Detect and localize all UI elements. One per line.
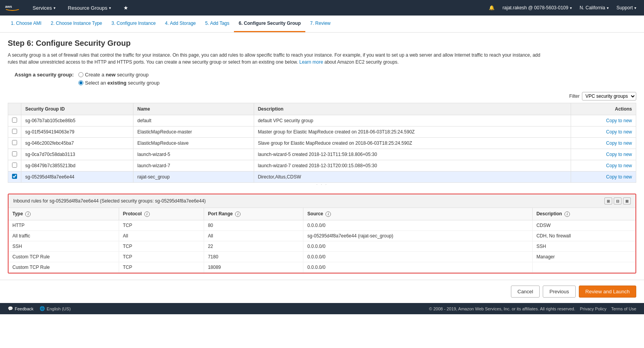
rule-description: SSH bbox=[532, 241, 635, 252]
copy-to-new-link[interactable]: Copy to new bbox=[606, 140, 632, 146]
tab-configure-instance[interactable]: 3. Configure Instance bbox=[107, 15, 160, 32]
type-info-icon[interactable]: i bbox=[25, 211, 31, 217]
language-selector[interactable]: 🌐 English (US) bbox=[40, 306, 71, 311]
rule-description bbox=[532, 262, 635, 273]
row-checkbox[interactable] bbox=[12, 174, 17, 179]
tab-configure-security[interactable]: 6. Configure Security Group bbox=[234, 15, 305, 32]
select-existing-radio[interactable] bbox=[78, 80, 83, 85]
services-menu[interactable]: Services ▾ bbox=[29, 3, 59, 12]
inbound-controls: ⊞ ⊟ ⊠ bbox=[604, 197, 631, 204]
table-row[interactable]: sg-08479b7c3855213bd launch-wizard-7 lau… bbox=[8, 160, 636, 171]
rule-port-range: All bbox=[204, 231, 303, 241]
security-groups-table-container: Security Group ID Name Description Actio… bbox=[8, 103, 636, 183]
row-checkbox-cell bbox=[8, 115, 21, 126]
nav-right: 🔔 rajat.rakesh @ 0078-5603-0109 ▾ N. Cal… bbox=[486, 3, 639, 12]
aws-logo[interactable]: aws bbox=[5, 2, 20, 13]
rule-source: 0.0.0.0/0 bbox=[303, 241, 532, 252]
learn-more-link[interactable]: Learn more bbox=[299, 59, 323, 65]
cancel-button[interactable]: Cancel bbox=[511, 286, 540, 298]
col-desc: Description i bbox=[532, 208, 635, 220]
support-chevron-icon: ▾ bbox=[634, 6, 636, 10]
tab-review[interactable]: 7. Review bbox=[305, 15, 335, 32]
feedback-icon: 💬 bbox=[8, 306, 13, 311]
row-checkbox[interactable] bbox=[12, 151, 17, 156]
port-info-icon[interactable]: i bbox=[235, 211, 241, 217]
create-new-radio[interactable] bbox=[78, 72, 83, 77]
col-type: Type i bbox=[9, 208, 119, 220]
desc-info-icon[interactable]: i bbox=[564, 211, 570, 217]
row-checkbox[interactable] bbox=[12, 140, 17, 145]
privacy-link[interactable]: Privacy Policy bbox=[580, 306, 606, 311]
row-checkbox-cell bbox=[8, 138, 21, 149]
tab-add-tags[interactable]: 5. Add Tags bbox=[201, 15, 234, 32]
page-title: Step 6: Configure Security Group bbox=[8, 39, 636, 48]
inbound-rules-header: Inbound rules for sg-05295d4f8a7ee6e44 (… bbox=[9, 194, 635, 208]
copy-to-new-link[interactable]: Copy to new bbox=[606, 129, 632, 135]
user-menu[interactable]: rajat.rakesh @ 0078-5603-0109 ▾ bbox=[499, 3, 575, 12]
region-menu[interactable]: N. California ▾ bbox=[576, 3, 612, 12]
filter-select[interactable]: VPC security groups All security groups bbox=[582, 92, 636, 100]
tab-add-storage[interactable]: 4. Add Storage bbox=[160, 15, 200, 32]
footer-left: 💬 Feedback 🌐 English (US) bbox=[8, 306, 71, 311]
terms-link[interactable]: Terms of Use bbox=[611, 306, 636, 311]
rule-row: SSH TCP 22 0.0.0.0/0 SSH bbox=[9, 241, 635, 252]
support-menu[interactable]: Support ▾ bbox=[613, 3, 639, 12]
inbound-rules-title: Inbound rules for sg-05295d4f8a7ee6e44 (… bbox=[13, 198, 206, 204]
rule-row: Custom TCP Rule TCP 18089 0.0.0.0/0 bbox=[9, 262, 635, 273]
assign-label: Assign a security group: bbox=[8, 72, 74, 78]
table-row[interactable]: sg-067b7ab105cbe86b5 default default VPC… bbox=[8, 115, 636, 126]
top-navigation: aws Services ▾ Resource Groups ▾ ★ 🔔 raj… bbox=[0, 0, 644, 16]
row-description: Master group for Elastic MapReduce creat… bbox=[254, 126, 571, 138]
inbound-rules-section: Inbound rules for sg-05295d4f8a7ee6e44 (… bbox=[8, 194, 636, 274]
svg-text:aws: aws bbox=[5, 5, 12, 9]
notifications-icon[interactable]: 🔔 bbox=[486, 3, 498, 12]
rule-port-range: 80 bbox=[204, 220, 303, 231]
rule-port-range: 18089 bbox=[204, 262, 303, 273]
copy-to-new-link[interactable]: Copy to new bbox=[606, 152, 632, 157]
previous-button[interactable]: Previous bbox=[543, 286, 576, 298]
select-existing-radio-option[interactable]: Select an existing security group bbox=[78, 80, 159, 86]
protocol-info-icon[interactable]: i bbox=[144, 211, 150, 217]
row-actions: Copy to new bbox=[571, 126, 636, 138]
copy-to-new-link[interactable]: Copy to new bbox=[606, 118, 632, 123]
source-info-icon[interactable]: i bbox=[325, 211, 331, 217]
favorites-icon[interactable]: ★ bbox=[120, 3, 132, 12]
main-content: Step 6: Configure Security Group A secur… bbox=[0, 33, 644, 280]
rule-type: HTTP bbox=[9, 220, 119, 231]
table-row[interactable]: sg-05295d4f8a7ee6e44 rajat-sec_group Dir… bbox=[8, 171, 636, 183]
create-new-radio-option[interactable]: Create a new security group bbox=[78, 72, 149, 78]
rule-description: CDSW bbox=[532, 220, 635, 231]
footer-right: © 2008 - 2019, Amazon Web Services, Inc.… bbox=[429, 306, 636, 311]
globe-icon: 🌐 bbox=[40, 306, 45, 311]
table-row[interactable]: sg-01f54594194063e79 ElasticMapReduce-ma… bbox=[8, 126, 636, 138]
row-name: default bbox=[133, 115, 254, 126]
close-icon[interactable]: ⊠ bbox=[623, 197, 631, 204]
row-checkbox[interactable] bbox=[12, 129, 17, 134]
review-launch-button[interactable]: Review and Launch bbox=[579, 286, 636, 298]
row-description: default VPC security group bbox=[254, 115, 571, 126]
row-checkbox[interactable] bbox=[12, 118, 17, 123]
tab-choose-instance[interactable]: 2. Choose Instance Type bbox=[46, 15, 107, 32]
row-actions: Copy to new bbox=[571, 160, 636, 171]
tab-choose-ami[interactable]: 1. Choose AMI bbox=[6, 15, 46, 32]
table-row[interactable]: sg-046c2002febc45ba7 ElasticMapReduce-sl… bbox=[8, 138, 636, 149]
drag-divider[interactable]: · · · bbox=[8, 183, 636, 186]
row-actions: Copy to new bbox=[571, 115, 636, 126]
copy-to-new-link[interactable]: Copy to new bbox=[606, 163, 632, 168]
rule-row: All traffic All All sg-05295d4f8a7ee6e44… bbox=[9, 231, 635, 241]
feedback-button[interactable]: 💬 Feedback bbox=[8, 306, 33, 311]
col-actions: Actions bbox=[571, 103, 636, 115]
row-checkbox[interactable] bbox=[12, 163, 17, 168]
expand-icon[interactable]: ⊞ bbox=[604, 197, 612, 204]
row-description: launch-wizard-7 created 2018-12-31T20:00… bbox=[254, 160, 571, 171]
collapse-icon[interactable]: ⊟ bbox=[614, 197, 621, 204]
copy-to-new-link[interactable]: Copy to new bbox=[606, 174, 632, 180]
col-protocol: Protocol i bbox=[119, 208, 204, 220]
row-actions: Copy to new bbox=[571, 149, 636, 160]
footer: 💬 Feedback 🌐 English (US) © 2008 - 2019,… bbox=[0, 303, 644, 314]
col-port-range: Port Range i bbox=[204, 208, 303, 220]
col-description: Description bbox=[254, 103, 571, 115]
resource-groups-menu[interactable]: Resource Groups ▾ bbox=[65, 3, 114, 12]
table-row[interactable]: sg-0ca7d70c58dab3113 launch-wizard-5 lau… bbox=[8, 149, 636, 160]
security-groups-table: Security Group ID Name Description Actio… bbox=[8, 103, 636, 183]
